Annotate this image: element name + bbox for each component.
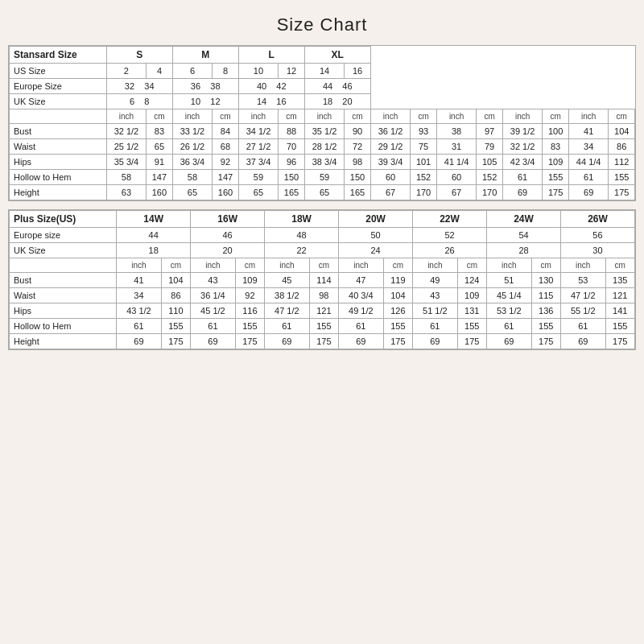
us-8: 8 bbox=[213, 64, 239, 79]
page-container: Size Chart Stansard Size S M L XL US Siz… bbox=[8, 8, 636, 358]
size-s-header: S bbox=[106, 47, 172, 64]
size-22w: 22W bbox=[413, 211, 487, 228]
plus-europe-label: Europe size bbox=[10, 228, 117, 243]
standard-size-table: Stansard Size S M L XL US Size 2 4 6 8 1… bbox=[9, 46, 635, 200]
plus-waist-row: Waist 3486 36 1/492 38 1/298 40 3/4104 4… bbox=[10, 288, 635, 303]
size-m-header: M bbox=[172, 47, 238, 64]
unit-cm-3: cm bbox=[279, 109, 305, 124]
size-26w: 26W bbox=[560, 211, 634, 228]
height-row: Height 63160 65160 65165 65165 67170 671… bbox=[10, 185, 635, 200]
plus-height-row: Height 69175 69175 69175 69175 69175 691… bbox=[10, 334, 635, 349]
plus-hollow-label: Hollow to Hem bbox=[10, 319, 117, 334]
unit-cm-8: cm bbox=[609, 109, 635, 124]
uk-18-20: 18 20 bbox=[304, 94, 370, 109]
plus-section-label: Plus Size(US) bbox=[10, 211, 117, 228]
hollow-row: Hollow to Hem 58147 58147 59150 59150 60… bbox=[10, 170, 635, 185]
standard-size-section: Stansard Size S M L XL US Size 2 4 6 8 1… bbox=[8, 45, 636, 201]
us-12: 12 bbox=[279, 64, 305, 79]
plus-bust-label: Bust bbox=[10, 273, 117, 288]
unit-cm-7: cm bbox=[543, 109, 569, 124]
unit-cm-6: cm bbox=[477, 109, 503, 124]
uk-6-8: 6 8 bbox=[106, 94, 172, 109]
plus-header-row: Plus Size(US) 14W 16W 18W 20W 22W 24W 26… bbox=[10, 211, 635, 228]
unit-row: inch cm inch cm inch cm inch cm inch cm … bbox=[10, 109, 635, 124]
eu-44-46: 44 46 bbox=[304, 79, 370, 94]
plus-hollow-row: Hollow to Hem 61155 61155 61155 61155 61… bbox=[10, 319, 635, 334]
unit-inch-2: inch bbox=[172, 109, 213, 124]
eu-36-38: 36 38 bbox=[172, 79, 238, 94]
size-18w: 18W bbox=[265, 211, 339, 228]
size-14w: 14W bbox=[117, 211, 191, 228]
us-16: 16 bbox=[345, 64, 371, 79]
hips-label: Hips bbox=[10, 155, 107, 170]
plus-size-section: Plus Size(US) 14W 16W 18W 20W 22W 24W 26… bbox=[8, 209, 636, 350]
europe-size-label: Europe Size bbox=[10, 79, 107, 94]
uk-10-12: 10 12 bbox=[172, 94, 238, 109]
unit-inch-4: inch bbox=[304, 109, 345, 124]
unit-inch-3: inch bbox=[238, 109, 279, 124]
plus-size-table: Plus Size(US) 14W 16W 18W 20W 22W 24W 26… bbox=[9, 210, 635, 349]
waist-label: Waist bbox=[10, 139, 107, 155]
size-24w: 24W bbox=[487, 211, 561, 228]
unit-inch-8: inch bbox=[568, 109, 609, 124]
europe-size-row: Europe Size 32 34 36 38 40 42 44 46 bbox=[10, 79, 635, 94]
plus-uk-label: UK Size bbox=[10, 243, 117, 258]
plus-hips-row: Hips 43 1/2110 45 1/2116 47 1/2121 49 1/… bbox=[10, 303, 635, 319]
size-l-header: L bbox=[238, 47, 304, 64]
unit-inch-6: inch bbox=[436, 109, 477, 124]
unit-cm-2: cm bbox=[213, 109, 239, 124]
unit-cm-4: cm bbox=[345, 109, 371, 124]
size-xl-header: XL bbox=[304, 47, 370, 64]
us-4: 4 bbox=[147, 64, 173, 79]
unit-cm-5: cm bbox=[411, 109, 437, 124]
uk-size-label: UK Size bbox=[10, 94, 107, 109]
standard-section-label: Stansard Size bbox=[10, 47, 107, 64]
plus-height-label: Height bbox=[10, 334, 117, 349]
waist-row: Waist 25 1/265 26 1/268 27 1/270 28 1/27… bbox=[10, 139, 635, 155]
height-label: Height bbox=[10, 185, 107, 200]
plus-unit-row: inch cm inch cm inch cm inch cm inch cm … bbox=[10, 258, 635, 273]
us-6: 6 bbox=[172, 64, 213, 79]
plus-bust-row: Bust 41104 43109 45114 47119 49124 51130… bbox=[10, 273, 635, 288]
bust-row: Bust 32 1/283 33 1/284 34 1/288 35 1/290… bbox=[10, 124, 635, 139]
unit-inch-7: inch bbox=[502, 109, 543, 124]
plus-hips-label: Hips bbox=[10, 303, 117, 319]
us-14: 14 bbox=[304, 64, 345, 79]
us-2: 2 bbox=[106, 64, 147, 79]
hips-row: Hips 35 3/491 36 3/492 37 3/496 38 3/498… bbox=[10, 155, 635, 170]
plus-europe-row: Europe size 44 46 48 50 52 54 56 bbox=[10, 228, 635, 243]
size-20w: 20W bbox=[339, 211, 413, 228]
uk-size-row: UK Size 6 8 10 12 14 16 18 20 bbox=[10, 94, 635, 109]
plus-uk-row: UK Size 18 20 22 24 26 28 30 bbox=[10, 243, 635, 258]
unit-inch-1: inch bbox=[106, 109, 147, 124]
page-title: Size Chart bbox=[8, 8, 636, 45]
us-10: 10 bbox=[238, 64, 279, 79]
unit-cm-1: cm bbox=[147, 109, 173, 124]
standard-header-row: Stansard Size S M L XL bbox=[10, 47, 635, 64]
us-size-row: US Size 2 4 6 8 10 12 14 16 bbox=[10, 64, 635, 79]
bust-label: Bust bbox=[10, 124, 107, 139]
unit-inch-5: inch bbox=[370, 109, 411, 124]
eu-32-34: 32 34 bbox=[106, 79, 172, 94]
hollow-label: Hollow to Hem bbox=[10, 170, 107, 185]
us-size-label: US Size bbox=[10, 64, 107, 79]
size-16w: 16W bbox=[191, 211, 265, 228]
plus-waist-label: Waist bbox=[10, 288, 117, 303]
eu-40-42: 40 42 bbox=[238, 79, 304, 94]
uk-14-16: 14 16 bbox=[238, 94, 304, 109]
